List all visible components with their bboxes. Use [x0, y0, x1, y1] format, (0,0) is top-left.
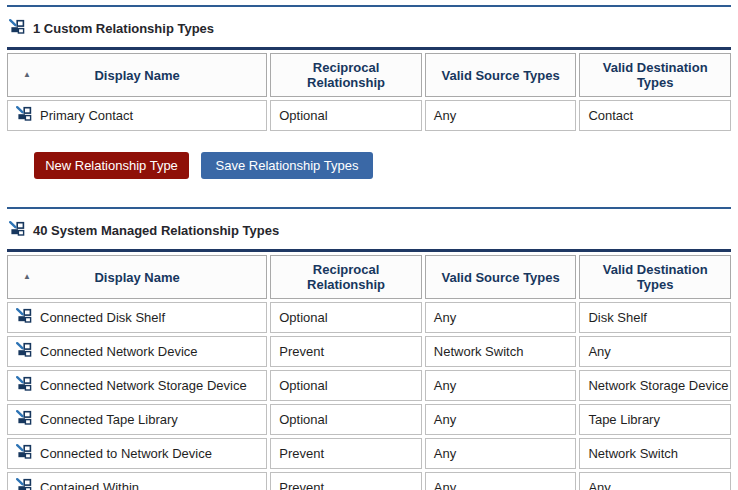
destination-types-cell[interactable]: Any — [579, 336, 731, 367]
display-name-cell: Connected Network Storage Device — [40, 378, 247, 394]
destination-types-cell[interactable]: Network Switch — [579, 438, 731, 469]
display-name-cell: Connected to Network Device — [40, 446, 212, 462]
table-row[interactable]: Connected to Network Device Prevent Any … — [7, 438, 731, 469]
sort-ascending-icon: ▲ — [23, 71, 31, 79]
destination-types-cell[interactable]: Tape Library — [579, 404, 731, 435]
relationship-icon — [16, 106, 32, 121]
system-types-section-header: 40 System Managed Relationship Types — [9, 221, 731, 239]
relationship-icon — [16, 342, 32, 361]
relationship-icon — [16, 444, 32, 459]
sort-ascending-icon: ▲ — [23, 273, 31, 281]
table-row[interactable]: Connected Disk Shelf Optional Any Disk S… — [7, 302, 731, 333]
destination-types-cell[interactable]: Any — [579, 472, 731, 490]
custom-types-section-header: 1 Custom Relationship Types — [9, 19, 731, 37]
table-row[interactable]: Connected Network Storage Device Optiona… — [7, 370, 731, 401]
destination-types-cell[interactable]: Contact — [579, 100, 731, 131]
source-types-cell[interactable]: Any — [425, 100, 577, 131]
table-row[interactable]: Connected Network Device Prevent Network… — [7, 336, 731, 367]
relationship-icon — [16, 342, 32, 357]
destination-types-cell[interactable]: Network Storage Device — [579, 370, 731, 401]
relationship-icon — [9, 19, 25, 34]
column-header-reciprocal-relationship[interactable]: Reciprocal Relationship — [270, 53, 422, 97]
column-header-valid-destination-types[interactable]: Valid Destination Types — [579, 53, 731, 97]
relationship-icon — [16, 410, 32, 425]
save-relationship-types-button[interactable]: Save Relationship Types — [201, 152, 373, 179]
section-divider — [7, 207, 731, 209]
reciprocal-cell[interactable]: Optional — [270, 302, 422, 333]
source-types-cell[interactable]: Any — [425, 472, 577, 490]
relationship-icon — [16, 308, 32, 323]
source-types-cell[interactable]: Network Switch — [425, 336, 577, 367]
reciprocal-cell[interactable]: Optional — [270, 100, 422, 131]
source-types-cell[interactable]: Any — [425, 404, 577, 435]
relationship-icon — [16, 308, 32, 327]
destination-types-cell[interactable]: Disk Shelf — [579, 302, 731, 333]
system-types-table: ▲ Display Name Reciprocal Relationship V… — [7, 249, 731, 490]
table-row[interactable]: Contained Within Prevent Any Any — [7, 472, 731, 490]
reciprocal-cell[interactable]: Prevent — [270, 438, 422, 469]
table-header-row: ▲ Display Name Reciprocal Relationship V… — [7, 53, 731, 97]
relationship-icon — [16, 376, 32, 391]
column-header-display-name[interactable]: ▲ Display Name — [7, 255, 267, 299]
system-types-section-title: 40 System Managed Relationship Types — [33, 223, 279, 238]
new-relationship-type-button[interactable]: New Relationship Type — [34, 152, 189, 179]
reciprocal-cell[interactable]: Optional — [270, 370, 422, 401]
source-types-cell[interactable]: Any — [425, 370, 577, 401]
table-row[interactable]: Connected Tape Library Optional Any Tape… — [7, 404, 731, 435]
display-name-cell: Primary Contact — [40, 108, 133, 124]
relationship-icon — [16, 444, 32, 463]
column-header-valid-source-types[interactable]: Valid Source Types — [425, 255, 577, 299]
reciprocal-cell[interactable]: Prevent — [270, 336, 422, 367]
relationship-icon — [16, 478, 32, 490]
display-name-cell: Connected Disk Shelf — [40, 310, 165, 326]
column-header-valid-source-types[interactable]: Valid Source Types — [425, 53, 577, 97]
action-buttons: New Relationship Type Save Relationship … — [34, 152, 731, 179]
relationship-icon — [16, 376, 32, 395]
relationship-settings-page: 1 Custom Relationship Types ▲ Display Na… — [0, 5, 738, 490]
relationship-icon — [9, 221, 25, 236]
custom-types-table: ▲ Display Name Reciprocal Relationship V… — [7, 47, 731, 134]
table-header-row: ▲ Display Name Reciprocal Relationship V… — [7, 255, 731, 299]
top-divider — [7, 5, 731, 7]
source-types-cell[interactable]: Any — [425, 438, 577, 469]
source-types-cell[interactable]: Any — [425, 302, 577, 333]
relationship-icon — [16, 410, 32, 429]
column-header-display-name[interactable]: ▲ Display Name — [7, 53, 267, 97]
display-name-cell: Connected Tape Library — [40, 412, 178, 428]
reciprocal-cell[interactable]: Optional — [270, 404, 422, 435]
reciprocal-cell[interactable]: Prevent — [270, 472, 422, 490]
display-name-cell: Contained Within — [40, 480, 139, 490]
relationship-icon — [9, 221, 25, 239]
display-name-cell: Connected Network Device — [40, 344, 198, 360]
relationship-icon — [9, 19, 25, 37]
relationship-icon — [16, 106, 32, 125]
relationship-icon — [16, 478, 32, 490]
column-header-valid-destination-types[interactable]: Valid Destination Types — [579, 255, 731, 299]
table-row[interactable]: Primary Contact Optional Any Contact — [7, 100, 731, 131]
custom-types-section-title: 1 Custom Relationship Types — [33, 21, 214, 36]
column-header-reciprocal-relationship[interactable]: Reciprocal Relationship — [270, 255, 422, 299]
